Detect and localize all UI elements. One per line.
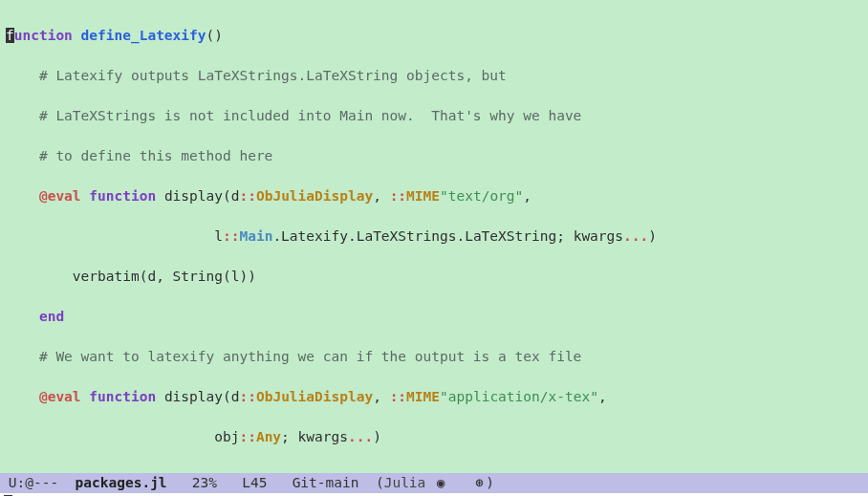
modeline-mode: Julia xyxy=(384,475,426,490)
modeline-percent: 23% xyxy=(192,475,217,490)
macro: @eval xyxy=(39,188,81,204)
comment: # Latexify outputs LaTeXStrings.LaTeXStr… xyxy=(6,66,868,86)
modeline-line: L45 xyxy=(242,475,267,490)
type: MIME xyxy=(406,188,440,204)
string: "application/x-tex" xyxy=(440,389,598,404)
keyword-function: unction xyxy=(14,28,73,43)
modeline-icon: ◉ xyxy=(434,473,447,493)
modeline-filename: packages.jl xyxy=(67,475,167,490)
modeline-status: U:@--- xyxy=(0,475,67,490)
code-text: () xyxy=(206,28,223,43)
comment: # LaTeXStrings is not included into Main… xyxy=(6,106,868,126)
keyword-function: function xyxy=(89,389,156,404)
comment: # to define this method here xyxy=(6,146,868,166)
comment: # We want to latexify anything we can if… xyxy=(6,347,868,367)
cursor: f xyxy=(6,28,14,43)
code-editor[interactable]: function define_Latexify() # Latexify ou… xyxy=(0,0,868,473)
macro: @eval xyxy=(39,389,81,404)
type: ObJuliaDisplay xyxy=(256,188,373,204)
code-line: obj::Any; kwargs...) xyxy=(6,427,868,447)
code-line: @eval function display(d::ObJuliaDisplay… xyxy=(6,186,868,206)
keyword-function: function xyxy=(89,188,156,204)
function-name: define_Latexify xyxy=(73,28,206,43)
code-line: @eval function display(d::ObJuliaDisplay… xyxy=(6,387,868,407)
indent xyxy=(6,188,39,204)
code-line: function define_Latexify() xyxy=(6,26,868,46)
modeline-vc: Git-main xyxy=(293,475,359,490)
code-line: l::Main.Latexify.LaTeXStrings.LaTeXStrin… xyxy=(6,226,868,247)
module-main: Main xyxy=(239,228,272,244)
modeline-icon: ⊛ xyxy=(472,473,486,493)
keyword-end: end xyxy=(39,309,64,324)
modeline: U:@--- packages.jl 23% L45 Git-main (Jul… xyxy=(0,473,868,493)
string: "text/org" xyxy=(440,188,523,204)
code-line: end xyxy=(6,307,868,327)
type: MIME xyxy=(406,389,440,404)
type: Any xyxy=(256,429,281,444)
type: ObJuliaDisplay xyxy=(256,389,373,404)
code-line: verbatim(d, String(l)) xyxy=(6,267,868,287)
